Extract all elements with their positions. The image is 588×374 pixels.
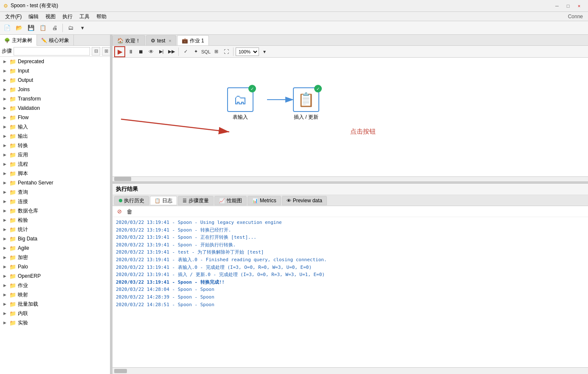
run-step-button[interactable]: ▶|	[157, 47, 166, 56]
run-step2-button[interactable]: ▶▶	[167, 47, 176, 56]
tree-item-connect[interactable]: ▶ 📁 连接	[0, 197, 112, 206]
zoom-select[interactable]: 100% 75% 150%	[236, 47, 259, 56]
tree-item-inline[interactable]: ▶ 📁 内联	[0, 309, 112, 318]
metrics-icon: 📊	[252, 196, 258, 205]
tab-test[interactable]: ⚙ test ×	[146, 35, 176, 45]
tree-item-cn-output[interactable]: ▶ 📁 输出	[0, 131, 112, 141]
tree-item-mapping[interactable]: ▶ 📁 映射	[0, 290, 112, 299]
menu-edit[interactable]: 编辑	[25, 12, 42, 21]
step-insert-update[interactable]: ✓ 📋 插入 / 更新	[293, 87, 319, 121]
tree-item-pentaho-server[interactable]: ▶ 📁 Pentaho Server	[0, 178, 112, 187]
impact-button[interactable]: ✦	[191, 47, 200, 56]
step-table-input-box[interactable]: ✓ 🗂	[227, 87, 253, 112]
tab-main-tree[interactable]: 🌳 主对象树	[0, 35, 37, 46]
tab-welcome[interactable]: 🏠 欢迎！	[113, 35, 145, 45]
toolbar-open[interactable]: 📂	[14, 22, 25, 33]
folder-icon: 📁	[9, 68, 16, 74]
tree-item-flow[interactable]: ▶ 📁 Flow	[0, 113, 112, 122]
tab-job1-label: 作业 1	[190, 36, 204, 46]
tab-log[interactable]: 📋 日志	[150, 196, 177, 205]
pause-button[interactable]: ⏸	[126, 47, 135, 56]
menu-execute[interactable]: 执行	[59, 12, 76, 21]
canvas-hscroll-thumb[interactable]	[114, 177, 131, 181]
tree-item-palo[interactable]: ▶ 📁 Palo	[0, 262, 112, 271]
tab-preview[interactable]: 👁 Preview data	[282, 196, 327, 205]
maximize-button[interactable]: □	[563, 2, 574, 10]
log-line-1: 2020/03/22 13:19:41 - Spoon - 转换已经打开.	[116, 226, 585, 234]
title-controls: ─ □ ×	[551, 2, 585, 10]
fullscreen-button[interactable]: ⛶	[222, 47, 231, 56]
tree-item-experiment[interactable]: ▶ 📁 实验	[0, 318, 112, 327]
minimize-button[interactable]: ─	[551, 2, 563, 10]
stop-button[interactable]: ⏹	[136, 47, 146, 56]
tree-item-cn-flow[interactable]: ▶ 📁 流程	[0, 159, 112, 169]
tree-item-cn-input[interactable]: ▶ 📁 输入	[0, 122, 112, 131]
log-stop-btn[interactable]: ⊘	[115, 207, 124, 216]
tree-item-cn-apply[interactable]: ▶ 📁 应用	[0, 150, 112, 159]
bottom-hscroll-thumb[interactable]	[114, 369, 127, 373]
toolbar-new[interactable]: 📄	[2, 22, 13, 33]
tree-item-joins[interactable]: ▶ 📁 Joins	[0, 85, 112, 94]
toolbar-save[interactable]: 💾	[25, 22, 37, 33]
tree-item-validation[interactable]: ▶ 📁 Validation	[0, 103, 112, 113]
log-clear-btn[interactable]: 🗑	[125, 207, 134, 216]
bottom-panel-header: 执行结果	[113, 184, 588, 195]
menu-tools[interactable]: 工具	[76, 12, 93, 21]
tree-item-cn-transform[interactable]: ▶ 📁 转换	[0, 141, 112, 150]
menu-file[interactable]: 文件(F)	[2, 12, 25, 21]
tree-item-bulkload[interactable]: ▶ 📁 批量加载	[0, 299, 112, 309]
tab-core-objects[interactable]: ✏️ 核心对象	[37, 35, 74, 46]
check-button[interactable]: ✓	[181, 47, 190, 56]
menu-view[interactable]: 视图	[42, 12, 59, 21]
tree-item-job[interactable]: ▶ 📁 作业	[0, 281, 112, 290]
step-insert-update-box[interactable]: ✓ 📋	[293, 87, 319, 112]
preview-label: Preview data	[293, 196, 322, 205]
menu-help[interactable]: 帮助	[93, 12, 110, 21]
tree-item-encrypt[interactable]: ▶ 📁 加密	[0, 253, 112, 262]
preview-button[interactable]: 👁	[146, 47, 156, 56]
tab-exec-history[interactable]: 执行历史	[114, 196, 149, 205]
step-table-input[interactable]: ✓ 🗂 表输入	[227, 87, 253, 121]
log-content: 2020/03/22 13:19:41 - Spoon - Using lega…	[113, 217, 588, 367]
tree-expand-btn[interactable]: ⊞	[102, 47, 110, 56]
h-scroll-bottom[interactable]	[113, 367, 588, 374]
connect-label: Conne	[565, 12, 586, 21]
tab-metrics[interactable]: 📊 Metrics	[248, 196, 281, 205]
tree-item-output[interactable]: ▶ 📁 Output	[0, 75, 112, 85]
tree-item-check[interactable]: ▶ 📁 检验	[0, 215, 112, 225]
explore-button[interactable]: ⊞	[211, 47, 221, 56]
tab-job1[interactable]: 💼 作业 1	[177, 35, 209, 45]
tree-collapse-btn[interactable]: ⊟	[92, 47, 100, 56]
canvas-hscroll[interactable]	[113, 176, 588, 181]
sql-button[interactable]: SQL	[201, 47, 211, 56]
tree-arrow: ▶	[3, 106, 8, 110]
toolbar-layers-dropdown[interactable]: ▾	[77, 22, 88, 33]
tree-item-deprecated[interactable]: ▶ 📁 Deprecated	[0, 57, 112, 66]
tab-perf-chart[interactable]: 📈 性能图	[214, 196, 247, 205]
tree-item-agile[interactable]: ▶ 📁 Agile	[0, 243, 112, 253]
tree-item-query[interactable]: ▶ 📁 查询	[0, 187, 112, 197]
toolbar-saveas[interactable]: 📋	[37, 22, 48, 33]
tree-item-cn-script[interactable]: ▶ 📁 脚本	[0, 169, 112, 178]
tree-area[interactable]: ▶ 📁 Deprecated ▶ 📁 Input ▶ 📁 Output ▶ 📁 …	[0, 57, 112, 374]
toolbar-img[interactable]: 🖨	[49, 22, 60, 33]
tree-item-dw[interactable]: ▶ 📁 数据仓库	[0, 206, 112, 215]
close-button[interactable]: ×	[574, 2, 585, 10]
tree-item-openerp[interactable]: ▶ 📁 OpenERP	[0, 271, 112, 281]
tree-arrow: ▶	[3, 190, 8, 194]
toolbar-layers[interactable]: 🗂	[65, 22, 76, 33]
tree-item-input[interactable]: ▶ 📁 Input	[0, 66, 112, 75]
annotation-click-btn: 点击按钮	[350, 128, 376, 136]
zoom-dropdown[interactable]: ▾	[260, 47, 269, 56]
log-line-6: 2020/03/22 13:19:41 - 表输入.0 - 完成处理 (I=3,…	[116, 264, 585, 271]
tab-step-metrics[interactable]: ☰ 步骤度量	[178, 196, 214, 205]
tree-item-bigdata[interactable]: ▶ 📁 Big Data	[0, 234, 112, 243]
canvas-area[interactable]: 点击按钮 日志如下 ✓	[113, 58, 588, 176]
tree-item-transform[interactable]: ▶ 📁 Transform	[0, 94, 112, 103]
run-button[interactable]: ▶	[114, 46, 125, 57]
left-resize-handle[interactable]	[110, 35, 112, 374]
tree-item-stats[interactable]: ▶ 📁 统计	[0, 225, 112, 234]
tree-arrow: ▶	[3, 69, 8, 73]
tab-test-close[interactable]: ×	[169, 36, 171, 46]
search-input[interactable]	[14, 47, 90, 56]
